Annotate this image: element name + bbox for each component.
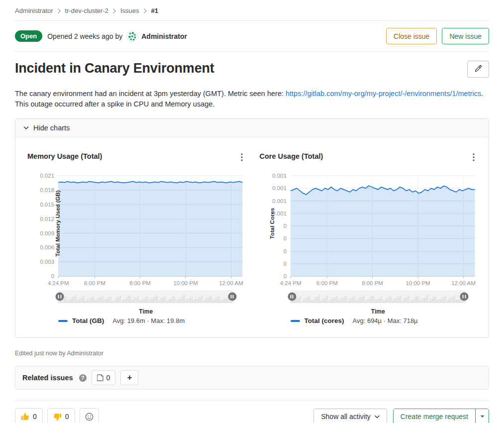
related-issues-bar: Related issues ? 0 + — [15, 366, 489, 390]
breadcrumb: Administrator tr-dev-cluster-2 Issues #1 — [15, 0, 489, 21]
chart-legend: Total (cores) Avg: 694µ · Max: 718µ — [291, 317, 478, 324]
author-link[interactable]: Administrator — [141, 32, 187, 40]
edit-title-button[interactable] — [467, 61, 489, 78]
y-axis-label: Total Cores — [269, 208, 275, 239]
svg-text:6:00 PM: 6:00 PM — [316, 280, 338, 286]
chart-plot-area: 0.0010.0010.0010.001000004:24 PM6:00 PM8… — [259, 172, 478, 288]
new-issue-button[interactable]: New issue — [442, 28, 489, 44]
chevron-right-icon — [112, 8, 116, 13]
caret-down-icon — [480, 415, 485, 418]
breadcrumb-link-group[interactable]: Administrator — [15, 7, 53, 14]
svg-text:10:00 PM: 10:00 PM — [405, 280, 430, 286]
create-merge-request-split-button: Create merge request — [393, 409, 489, 423]
close-issue-button[interactable]: Close issue — [386, 28, 437, 44]
chevron-right-icon — [57, 8, 61, 13]
svg-text:4:24 PM: 4:24 PM — [280, 280, 301, 286]
legend-swatch — [58, 320, 68, 322]
range-handle-left-icon[interactable] — [56, 293, 64, 301]
metrics-link[interactable]: https://gitlab.com/my-org/my-project/-/e… — [286, 90, 481, 98]
issue-description: The canary environment had an incident a… — [15, 89, 489, 109]
core-usage-chart-card: Core Usage (Total) Total Cores 0.0010.00… — [259, 148, 478, 324]
range-slider-track[interactable] — [291, 290, 466, 303]
chart-title: Core Usage (Total) — [260, 152, 323, 160]
chart-legend: Total (GB) Avg: 19.6m · Max: 19.8m — [58, 317, 246, 324]
issue-status-bar: Open Opened 2 weeks ago by Administrator… — [15, 21, 489, 52]
breadcrumb-link-issues[interactable]: Issues — [120, 7, 139, 14]
range-handle-right-icon[interactable] — [228, 293, 236, 301]
issue-icon — [97, 374, 103, 381]
y-axis-label: Total Memory Used (GB) — [55, 190, 61, 256]
svg-text:10:00 PM: 10:00 PM — [173, 280, 198, 286]
legend-stats: Avg: 19.6m · Max: 19.8m — [112, 317, 185, 324]
thumbs-down-button[interactable]: 0 — [47, 408, 75, 423]
description-period: . — [481, 90, 483, 98]
memory-usage-chart-card: Memory Usage (Total) Total Memory Used (… — [26, 148, 246, 324]
thumbs-down-count: 0 — [65, 413, 69, 421]
hide-charts-label: Hide charts — [33, 124, 70, 132]
svg-text:8:00 PM: 8:00 PM — [362, 280, 383, 286]
svg-text:8:00 PM: 8:00 PM — [129, 280, 151, 286]
svg-text:12:00 AM: 12:00 AM — [219, 280, 243, 286]
avatar[interactable] — [126, 30, 138, 42]
breadcrumb-link-project[interactable]: tr-dev-cluster-2 — [65, 7, 108, 14]
range-slider-track[interactable] — [58, 290, 234, 303]
edited-note: Edited just now by Administrator — [15, 350, 489, 357]
legend-stats: Avg: 694µ · Max: 718µ — [353, 317, 418, 324]
related-issues-count: 0 — [106, 374, 110, 382]
hide-charts-toggle[interactable]: Hide charts — [15, 119, 489, 137]
x-axis-label: Time — [26, 308, 246, 315]
thumbs-up-count: 0 — [33, 413, 37, 421]
breadcrumb-current-issue: #1 — [151, 7, 158, 14]
chart-range-slider[interactable] — [58, 290, 234, 303]
activity-filter-dropdown[interactable]: Show all activity — [313, 409, 387, 423]
status-badge: Open — [15, 30, 42, 42]
svg-text:6:00 PM: 6:00 PM — [84, 280, 105, 286]
opened-text: Opened 2 weeks ago by — [47, 32, 122, 40]
chevron-down-icon — [375, 415, 380, 419]
legend-swatch — [291, 320, 300, 322]
kebab-menu-icon[interactable] — [238, 152, 246, 164]
thumbs-up-icon — [21, 413, 29, 421]
chart-range-slider[interactable] — [291, 290, 466, 303]
chevron-down-icon — [23, 126, 29, 130]
pencil-icon — [474, 65, 482, 74]
kebab-menu-icon[interactable] — [470, 152, 478, 164]
legend-series-name: Total (cores) — [304, 317, 344, 324]
related-issues-title: Related issues — [22, 374, 73, 382]
x-axis-label: Time — [259, 308, 478, 315]
charts-body: Memory Usage (Total) Total Memory Used (… — [15, 137, 489, 337]
add-emoji-button[interactable] — [80, 408, 99, 423]
create-merge-request-button[interactable]: Create merge request — [394, 409, 475, 423]
chart-title: Memory Usage (Total) — [27, 152, 102, 160]
range-handle-right-icon[interactable] — [460, 293, 469, 301]
description-text: The canary environment had an incident a… — [15, 90, 286, 98]
related-issues-count-chip: 0 — [92, 370, 116, 385]
help-icon[interactable]: ? — [79, 374, 87, 382]
activity-filter-label: Show all activity — [321, 413, 371, 421]
legend-series-name: Total (GB) — [72, 317, 104, 324]
svg-text:12:00 AM: 12:00 AM — [451, 280, 476, 286]
smiley-icon — [85, 413, 94, 421]
merge-request-options-caret[interactable] — [475, 409, 489, 423]
metrics-charts-panel: Hide charts Memory Usage (Total) Total M… — [15, 118, 489, 338]
chevron-right-icon — [143, 8, 147, 13]
page-title: Incident in Canary Environment — [15, 61, 214, 76]
add-related-issue-button[interactable]: + — [120, 370, 138, 385]
thumbs-down-icon — [53, 413, 62, 421]
description-text-line2: This outage occurred after a spike in CP… — [15, 100, 214, 108]
range-handle-left-icon[interactable] — [288, 293, 296, 301]
thumbs-up-button[interactable]: 0 — [15, 408, 43, 423]
svg-text:4:24 PM: 4:24 PM — [48, 280, 69, 286]
